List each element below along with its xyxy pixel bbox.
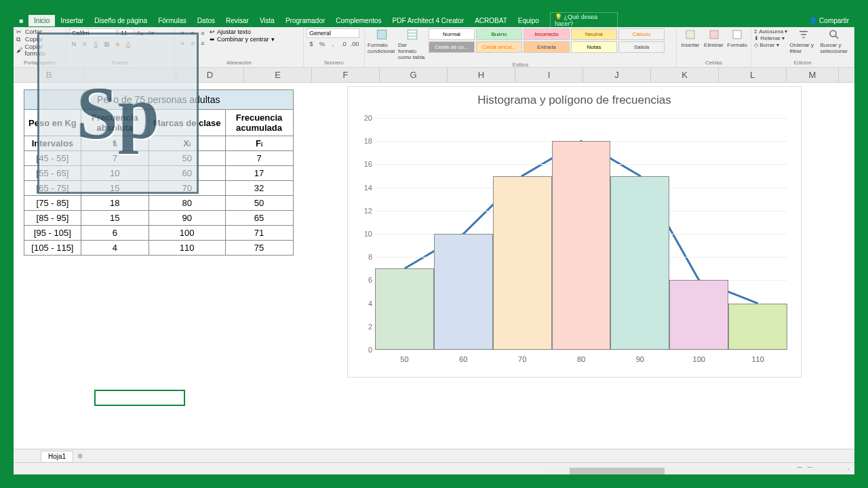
ribbon-tab-pdf-architect-4-creator[interactable]: PDF Architect 4 Creator (387, 15, 470, 26)
cell[interactable]: 70 (149, 181, 225, 196)
cell[interactable]: 71 (225, 226, 293, 241)
cell[interactable]: 100 (149, 226, 225, 241)
number-format-select[interactable]: General (307, 28, 359, 38)
decrease-font-button[interactable]: A▾ (146, 28, 156, 38)
ribbon-tab-equipo[interactable]: Equipo (513, 15, 545, 26)
conditional-format-button[interactable]: Formato condicional (368, 28, 396, 54)
bar[interactable]: 80 (552, 118, 611, 350)
cell-style-entrada[interactable]: Entrada (524, 41, 570, 53)
increase-font-button[interactable]: A▴ (136, 28, 145, 38)
cell-style-bueno[interactable]: Bueno (476, 28, 522, 40)
cell-style-notas[interactable]: Notas (571, 41, 617, 53)
currency-button[interactable]: $ (307, 39, 316, 49)
cell[interactable]: [45 - 55] (24, 151, 81, 166)
cell[interactable]: 90 (149, 211, 225, 226)
cell[interactable]: 7 (81, 151, 149, 166)
column-header[interactable]: B (14, 68, 85, 82)
worksheet-grid[interactable]: BDEFGHIJKLM Peso de 75 personas adultas … (14, 68, 854, 449)
ribbon-tab-complementos[interactable]: Complementos (330, 15, 387, 26)
cell-style-neutral[interactable]: Neutral (571, 28, 617, 40)
italic-button[interactable]: K (80, 39, 90, 49)
cell[interactable]: [55 - 65] (24, 166, 81, 181)
ribbon-tab-diseño-de-página[interactable]: Diseño de página (89, 15, 153, 26)
cell[interactable]: 75 (225, 241, 293, 256)
ribbon-tab-programador[interactable]: Programador (280, 15, 330, 26)
align-top-button[interactable]: ≡ (178, 28, 187, 38)
sort-filter-button[interactable]: Ordenar y filtrar (789, 28, 818, 54)
cell-style-incorrecto[interactable]: Incorrecto (524, 28, 570, 40)
column-header[interactable]: F (312, 68, 380, 82)
fill-button[interactable]: ⬇ Rellenar ▾ (754, 35, 787, 41)
ribbon-tab-acrobat[interactable]: ACROBAT (469, 15, 513, 26)
column-header[interactable] (85, 68, 176, 82)
ribbon-tab-insertar[interactable]: Insertar (55, 15, 89, 26)
cell-style-salida[interactable]: Salida (618, 41, 665, 53)
copy-button[interactable]: ⧉Copiar (16, 36, 43, 43)
file-tab[interactable]: ■ (14, 15, 28, 26)
cell-style-clculo[interactable]: Cálculo (618, 28, 665, 40)
column-header[interactable]: J (583, 68, 651, 82)
font-name-select[interactable]: Calibri (69, 28, 117, 38)
fill-color-button[interactable]: ◆ (113, 39, 122, 49)
bold-button[interactable]: N (69, 39, 79, 49)
dec-decimal-button[interactable]: .00 (350, 39, 359, 49)
cell[interactable]: 32 (225, 181, 293, 196)
inc-decimal-button[interactable]: .0 (339, 39, 349, 49)
cell[interactable]: 7 (225, 151, 293, 166)
font-size-select[interactable]: 11 (118, 28, 134, 38)
bar[interactable]: 110 (728, 118, 787, 350)
cell[interactable]: 80 (149, 196, 225, 211)
cell[interactable]: 50 (149, 151, 225, 166)
format-painter-button[interactable]: 🖌Copiar formato (16, 43, 63, 57)
cell-style-normal[interactable]: Normal (429, 28, 475, 40)
cell-style-celdadeco[interactable]: Celda de co... (429, 41, 475, 53)
tell-me-search[interactable]: 💡 ¿Qué desea hacer? (550, 12, 618, 28)
bar[interactable]: 50 (375, 118, 434, 350)
column-header[interactable]: L (719, 68, 787, 82)
comma-button[interactable]: , (328, 39, 338, 49)
bar[interactable]: 90 (610, 118, 669, 350)
cell-style-celdavincul[interactable]: Celda vincul... (476, 41, 522, 53)
font-color-button[interactable]: A (123, 39, 133, 49)
align-left-button[interactable]: ≡ (178, 39, 187, 48)
sheet-tab[interactable]: Hoja1 (41, 451, 73, 462)
cell[interactable]: 10 (81, 166, 149, 181)
align-right-button[interactable]: ≡ (198, 39, 208, 48)
cell[interactable]: 4 (81, 241, 149, 256)
column-header[interactable]: I (515, 68, 583, 82)
bar[interactable]: 70 (493, 118, 552, 350)
ribbon-tab-datos[interactable]: Datos (192, 15, 220, 26)
insert-cells-button[interactable]: Insertar (679, 28, 701, 48)
align-bottom-button[interactable]: ≡ (198, 28, 208, 38)
column-header[interactable]: G (380, 68, 448, 82)
cell[interactable]: 18 (81, 196, 149, 211)
horizontal-scrollbar[interactable] (542, 468, 848, 474)
share-button[interactable]: 👤 Compartir (804, 15, 854, 26)
autosum-button[interactable]: Σ Autosuma ▾ (754, 28, 787, 35)
ribbon-tab-inicio[interactable]: Inicio (28, 15, 55, 26)
cell[interactable]: 65 (225, 211, 293, 226)
cell[interactable]: [65 - 75] (24, 181, 81, 196)
align-center-button[interactable]: ≡ (188, 39, 197, 48)
wrap-text-button[interactable]: ↩ Ajustar texto (210, 28, 275, 35)
cell[interactable]: 17 (225, 166, 293, 181)
ribbon-tab-vista[interactable]: Vista (254, 15, 280, 26)
column-header[interactable]: H (448, 68, 515, 82)
cell[interactable]: 50 (225, 196, 293, 211)
column-header[interactable]: D (176, 68, 244, 82)
bar[interactable]: 100 (669, 118, 728, 350)
format-as-table-button[interactable]: Dar formato como tabla (398, 28, 427, 60)
cell[interactable]: 60 (149, 166, 225, 181)
bar[interactable]: 60 (434, 118, 493, 350)
underline-button[interactable]: S (91, 39, 100, 49)
cut-button[interactable]: ✂Cortar (16, 28, 42, 35)
cell[interactable]: 110 (149, 241, 225, 256)
column-header[interactable]: K (651, 68, 719, 82)
find-select-button[interactable]: Buscar y seleccionar (820, 28, 848, 54)
percent-button[interactable]: % (317, 39, 327, 49)
clear-button[interactable]: ◇ Borrar ▾ (754, 42, 787, 48)
cell[interactable]: 15 (81, 211, 149, 226)
column-header[interactable]: E (244, 68, 312, 82)
cell[interactable]: [95 - 105] (24, 226, 81, 241)
column-header[interactable]: M (787, 68, 839, 82)
